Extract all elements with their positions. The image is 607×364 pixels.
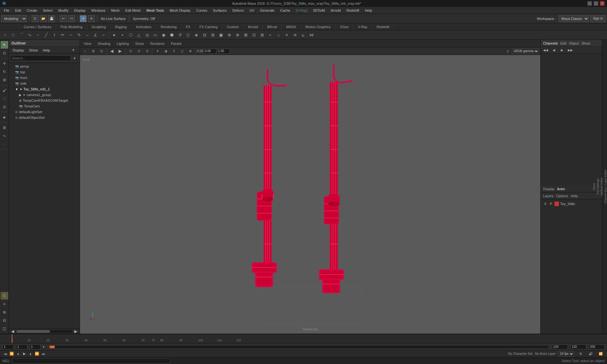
frame-input[interactable] <box>30 344 41 349</box>
curve-tool-btn[interactable]: ⌣ <box>83 31 91 39</box>
ff-btn[interactable]: ⏩ <box>34 351 40 357</box>
vp-display-mode-3[interactable]: ③ <box>143 47 151 55</box>
menu-create[interactable]: Create <box>24 8 40 13</box>
tab-motion-graphics[interactable]: Motion Graphics <box>301 23 335 30</box>
menu-select[interactable]: Select <box>40 8 55 13</box>
timeline-area[interactable]: 1 10 20 30 40 50 60 70 75 80 90 100 110 … <box>0 334 607 343</box>
nurbs-sphere-btn[interactable]: ◉ <box>160 31 167 39</box>
tree-item-front[interactable]: 📷 front <box>9 75 80 81</box>
maximize-button[interactable]: □ <box>594 1 598 6</box>
show-tab[interactable]: Show <box>581 41 590 45</box>
tree-item-persp[interactable]: 📷 persp <box>9 64 80 69</box>
menu-surfaces[interactable]: Surfaces <box>211 8 229 13</box>
extrude-btn[interactable]: ⬟ <box>168 31 175 39</box>
tree-item-toy-stilts[interactable]: ▼ ✦ Toy_Stilts_nd1_1 <box>9 86 80 92</box>
square-icon-btn[interactable]: □ <box>9 31 17 39</box>
scale-tool[interactable]: ⊞ <box>1 76 8 84</box>
outliner-search-input[interactable] <box>10 55 71 61</box>
tab-rigging[interactable]: Rigging <box>111 23 132 30</box>
vp-cam-home[interactable]: ⌂ <box>81 47 89 55</box>
ep-curve-btn[interactable]: ∽ <box>67 31 75 39</box>
minimize-button[interactable]: ─ <box>587 1 592 6</box>
rotate-tool[interactable]: ↻ <box>1 68 8 76</box>
audio-btn[interactable]: 🔊 <box>587 350 594 358</box>
outliner-help-menu[interactable]: Help <box>42 48 52 52</box>
snap-grid-btn[interactable]: ⊞ <box>1 124 8 131</box>
menu-deform[interactable]: Deform <box>230 8 246 13</box>
tree-item-top[interactable]: 📷 top <box>9 69 80 75</box>
outliner-scroll-left[interactable]: ◀ <box>10 329 15 334</box>
vp-next-frame[interactable]: ▶ <box>116 47 124 55</box>
hook-btn[interactable]: ⌐ <box>100 31 107 39</box>
save-scene-btn[interactable]: 💾 <box>48 15 55 22</box>
select-tool[interactable]: ↖ <box>1 41 8 49</box>
breakdown-btn[interactable]: ≡ <box>1 300 8 308</box>
sign-in-btn[interactable]: Sign In <box>590 15 606 22</box>
outliner-show-menu[interactable]: Show <box>28 48 39 52</box>
mode-dropdown[interactable]: Modeling Rigging Animation FX Rendering <box>1 15 27 22</box>
new-scene-btn[interactable]: 🗋 <box>32 15 39 22</box>
move-tool-btn[interactable]: ✛ <box>88 15 95 22</box>
vp-isolate-btn[interactable]: ⊕ <box>187 47 194 55</box>
open-scene-btn[interactable]: 📂 <box>40 15 47 22</box>
playback-options-btn[interactable]: ⚙ <box>577 350 584 358</box>
layer-row-toy-stilts[interactable]: V P Toy_Stilts <box>542 201 601 207</box>
lasso-tool[interactable]: ⊡ <box>1 49 8 57</box>
tab-arnold[interactable]: Arnold <box>243 23 263 30</box>
object-tab[interactable]: Object <box>569 41 579 45</box>
channels-tab[interactable]: Channels <box>543 41 558 45</box>
go-to-start-btn[interactable]: ⏮ <box>3 351 8 357</box>
surface-fillet-btn[interactable]: ⌂ <box>275 31 282 39</box>
untrim-btn[interactable]: ⊡ <box>250 31 258 39</box>
outliner-display-menu[interactable]: Display <box>11 48 25 52</box>
menu-file[interactable]: File <box>1 8 12 13</box>
tab-fx-caching[interactable]: FX Caching <box>195 23 222 30</box>
rp-fwd-btn[interactable]: ▶ <box>558 46 566 54</box>
circle-icon-btn[interactable]: ○ <box>1 31 9 39</box>
inbetween-btn[interactable]: ≣ <box>1 308 8 316</box>
tree-item-default-light-set[interactable]: ⊙ defaultLightSet <box>9 109 80 115</box>
tab-vray[interactable]: V-Ray <box>353 23 372 30</box>
play-back-btn[interactable]: ⏴ <box>15 351 21 357</box>
vp-gamma-select[interactable]: sRGB gamma <box>512 48 539 54</box>
redo-btn[interactable]: ↪ <box>68 15 75 22</box>
tab-curves-surfaces[interactable]: Curves / Surfaces <box>19 23 56 30</box>
go-to-end-btn[interactable]: ⏭ <box>40 351 46 357</box>
torus-btn[interactable]: ◎ <box>143 31 151 39</box>
help-sub-tab[interactable]: Help <box>571 194 578 198</box>
smooth-btn[interactable]: ≋ <box>291 31 299 39</box>
render-btn[interactable]: ◈ <box>1 113 8 121</box>
attr-tab-channel-box[interactable]: Channel Box / Layer Editor <box>604 168 607 205</box>
options-sub-tab[interactable]: Options <box>556 194 568 198</box>
rp-back-btn[interactable]: ◀ <box>550 46 558 54</box>
rp-right-btn[interactable]: ▶▶ <box>567 46 574 54</box>
tab-fx[interactable]: FX <box>181 23 195 30</box>
tree-item-default-object-set[interactable]: ⊙ defaultObjectSet <box>9 115 80 120</box>
anim-tab[interactable]: Anim <box>557 187 565 191</box>
frame-input-toggle[interactable]: ▼ <box>41 343 46 351</box>
snap-curve-btn[interactable]: ∿ <box>1 132 8 140</box>
menu-generate[interactable]: Generate <box>257 8 277 13</box>
timeline-playhead[interactable] <box>12 334 12 343</box>
line-icon-btn[interactable]: ╱ <box>42 31 50 39</box>
tab-rendering[interactable]: Rendering <box>156 23 181 30</box>
plane-btn[interactable]: ▭ <box>151 31 159 39</box>
cylinder-btn[interactable]: ⬡ <box>127 31 134 39</box>
range-end[interactable] <box>552 344 568 349</box>
outliner-options-btn[interactable]: ▼ <box>70 46 77 54</box>
intersect-btn[interactable]: ⊗ <box>234 31 241 39</box>
vp-grid-btn[interactable]: # <box>170 47 178 55</box>
undo-btn[interactable]: ↩ <box>60 15 67 22</box>
trim-btn[interactable]: ⊠ <box>242 31 249 39</box>
vp-menu-show[interactable]: Show <box>133 41 146 46</box>
step-back-btn[interactable]: ⏪ <box>9 351 15 357</box>
tab-sculpting[interactable]: Sculpting <box>87 23 111 30</box>
vp-lighting-btn[interactable]: ☀ <box>154 47 161 55</box>
workspace-dropdown[interactable]: Maya Classic <box>559 15 589 22</box>
rp-left-btn[interactable]: ◀◀ <box>542 46 549 54</box>
menu-display[interactable]: Display <box>72 8 88 13</box>
move-tool[interactable]: ✛ <box>1 60 8 67</box>
play-fwd-btn[interactable]: ▶ <box>21 351 27 357</box>
birail-btn[interactable]: ⊟ <box>201 31 208 39</box>
vp-shadow-btn[interactable]: ◑ <box>162 47 169 55</box>
